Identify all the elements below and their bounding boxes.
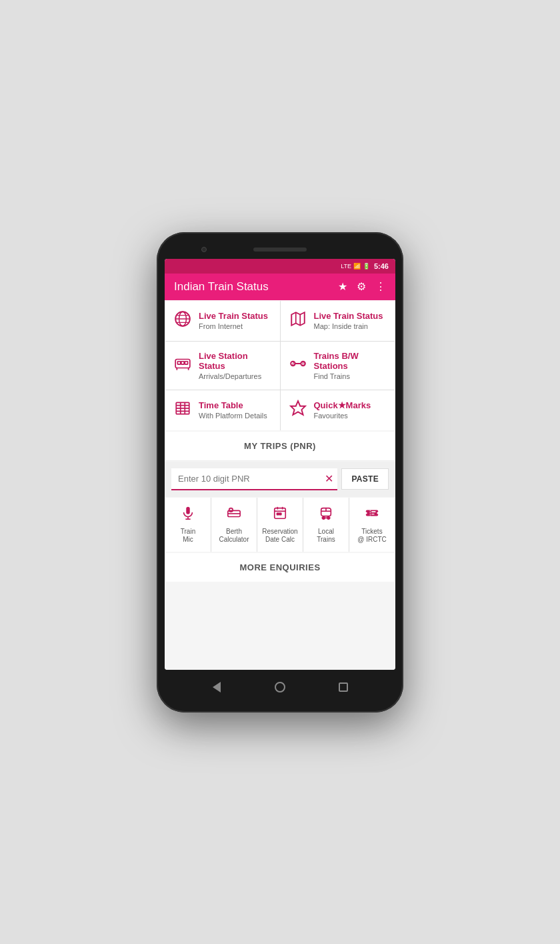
menu-item-live-train-internet[interactable]: Live Train Status From Internet	[165, 301, 280, 341]
phone-top	[165, 240, 395, 259]
status-time: 5:46	[374, 262, 389, 270]
menu-subtitle-live-internet: From Internet	[199, 322, 268, 330]
settings-button[interactable]: ⚙	[357, 280, 366, 293]
bottom-nav-bar	[165, 670, 395, 704]
menu-title-trains-bw: Trains B/W Stations	[314, 351, 387, 372]
svg-rect-35	[277, 513, 279, 515]
svg-point-47	[377, 512, 379, 514]
svg-marker-24	[291, 401, 305, 415]
signal-icon: 📶	[353, 263, 361, 270]
menu-subtitle-live-station: Arrivals/Departures	[199, 372, 272, 380]
recents-button[interactable]	[336, 680, 351, 694]
quick-action-local-trains[interactable]: LocalTrains	[303, 498, 349, 552]
front-camera	[201, 247, 207, 252]
quick-action-reservation[interactable]: ReservationDate Calc	[257, 498, 303, 552]
menu-title-quickmarks: Quick★Marks	[314, 400, 371, 411]
status-icons: LTE 📶 🔋	[341, 263, 370, 270]
paste-button[interactable]: PASTE	[341, 468, 389, 490]
train-mic-label: TrainMic	[181, 528, 195, 544]
local-trains-label: LocalTrains	[317, 528, 335, 544]
quickmarks-star-icon	[289, 400, 307, 421]
battery-icon: 🔋	[363, 263, 370, 270]
menu-title-live-map: Live Train Status	[314, 311, 383, 322]
pnr-input-wrapper: ✕	[171, 468, 337, 490]
quick-action-tickets[interactable]: Tickets@ IRCTC	[349, 498, 395, 552]
menu-item-timetable[interactable]: Time Table With Platform Details	[165, 390, 280, 430]
station-icon	[173, 355, 192, 376]
calendar-icon	[273, 506, 287, 524]
menu-title-live-station: Live Station Status	[199, 351, 272, 372]
svg-point-46	[365, 512, 367, 514]
tickets-irctc-label: Tickets@ IRCTC	[357, 528, 386, 544]
menu-text-timetable: Time Table With Platform Details	[199, 400, 267, 420]
menu-text-live-station: Live Station Status Arrivals/Departures	[199, 351, 272, 380]
menu-title-timetable: Time Table	[199, 400, 267, 411]
svg-point-30	[229, 508, 233, 512]
home-button[interactable]	[273, 680, 287, 694]
quick-action-berth-calc[interactable]: BerthCalculator	[211, 498, 257, 552]
star-button[interactable]: ★	[338, 280, 347, 293]
main-content: Live Train Status From Internet L	[165, 300, 395, 670]
phone-frame: LTE 📶 🔋 5:46 Indian Train Status ★ ⚙ ⋮	[157, 232, 403, 713]
menu-grid: Live Train Status From Internet L	[165, 301, 395, 430]
app-bar: Indian Train Status ★ ⚙ ⋮	[165, 274, 395, 300]
menu-item-live-train-map[interactable]: Live Train Status Map: Inside train	[281, 301, 395, 341]
menu-item-live-station[interactable]: Live Station Status Arrivals/Departures	[165, 342, 280, 390]
svg-text:B: B	[301, 361, 305, 367]
speaker	[253, 248, 307, 252]
svg-rect-25	[186, 507, 190, 514]
timetable-icon	[173, 400, 192, 421]
route-icon: A B	[289, 355, 307, 376]
my-trips-button[interactable]: MY TRIPS (PNR)	[165, 432, 395, 461]
quick-action-train-mic[interactable]: TrainMic	[165, 498, 211, 552]
menu-subtitle-live-map: Map: Inside train	[314, 322, 383, 330]
menu-subtitle-quickmarks: Favourites	[314, 412, 371, 420]
berth-icon	[227, 506, 241, 524]
menu-text-live-map: Live Train Status Map: Inside train	[314, 311, 383, 330]
menu-text-live-internet: Live Train Status From Internet	[199, 311, 268, 330]
phone-screen: LTE 📶 🔋 5:46 Indian Train Status ★ ⚙ ⋮	[165, 259, 395, 670]
pnr-clear-button[interactable]: ✕	[325, 472, 333, 485]
svg-rect-50	[371, 514, 375, 514]
pnr-section: ✕ PASTE	[165, 462, 395, 497]
more-menu-button[interactable]: ⋮	[375, 280, 386, 293]
menu-subtitle-timetable: With Platform Details	[199, 412, 267, 420]
svg-rect-49	[371, 511, 375, 512]
svg-rect-8	[177, 361, 180, 364]
quick-actions-grid: TrainMic BerthCalculator	[165, 498, 395, 552]
svg-rect-45	[366, 510, 378, 516]
menu-text-trains-bw: Trains B/W Stations Find Trains	[314, 351, 387, 380]
ticket-icon	[365, 506, 379, 524]
menu-item-quickmarks[interactable]: Quick★Marks Favourites	[281, 390, 395, 430]
status-bar: LTE 📶 🔋 5:46	[165, 259, 395, 274]
menu-subtitle-trains-bw: Find Trains	[314, 372, 387, 380]
globe-icon	[173, 310, 192, 332]
menu-title-live-internet: Live Train Status	[199, 311, 268, 322]
berth-calc-label: BerthCalculator	[219, 528, 249, 544]
svg-rect-36	[279, 513, 281, 515]
mic-icon	[181, 506, 195, 524]
map-icon	[289, 310, 307, 332]
svg-rect-9	[181, 361, 184, 364]
app-bar-actions: ★ ⚙ ⋮	[338, 280, 386, 293]
local-train-icon	[319, 506, 333, 524]
menu-text-quickmarks: Quick★Marks Favourites	[314, 400, 371, 420]
reservation-date-label: ReservationDate Calc	[262, 528, 297, 544]
back-button[interactable]	[209, 680, 224, 694]
more-enquiries-button[interactable]: MORE ENQUIRIES	[165, 553, 395, 582]
menu-item-trains-bw[interactable]: A B Trains B/W Stations Find Trains	[281, 342, 395, 390]
app-title: Indian Train Status	[174, 280, 269, 294]
lte-icon: LTE	[341, 263, 351, 270]
svg-rect-10	[185, 361, 187, 364]
pnr-input[interactable]	[171, 468, 337, 489]
